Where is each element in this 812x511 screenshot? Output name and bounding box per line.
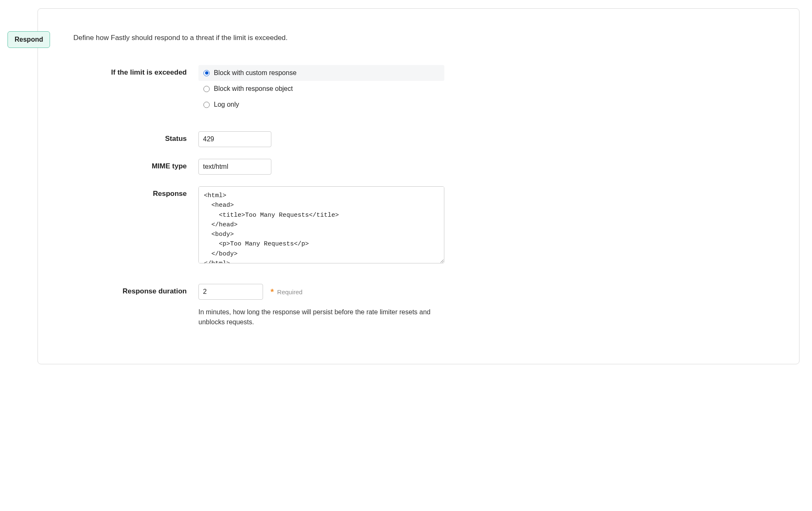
radio-icon [203,70,210,76]
radio-log-only[interactable]: Log only [198,97,444,113]
respond-panel: Respond Define how Fastly should respond… [38,8,799,364]
radio-label: Block with custom response [214,69,296,77]
limit-exceeded-row: If the limit is exceeded Block with cust… [61,65,776,113]
radio-block-custom-response[interactable]: Block with custom response [198,65,444,81]
limit-exceeded-label: If the limit is exceeded [61,65,198,77]
radio-label: Log only [214,101,239,108]
radio-label: Block with response object [214,85,293,93]
status-input[interactable] [198,131,271,147]
response-textarea[interactable]: <html> <head> <title>Too Many Requests</… [198,186,444,263]
radio-icon [203,102,210,108]
radio-icon [203,86,210,92]
asterisk-icon: * [271,288,274,296]
mime-type-row: MIME type [61,159,776,175]
response-duration-label: Response duration [61,284,198,296]
mime-type-label: MIME type [61,159,198,170]
response-duration-input[interactable] [198,284,263,300]
response-duration-row: Response duration * Required In minutes,… [61,284,776,327]
mime-type-input[interactable] [198,159,271,175]
response-duration-help: In minutes, how long the response will p… [198,307,438,327]
required-badge: * Required [271,288,303,296]
response-label: Response [61,186,198,198]
panel-description: Define how Fastly should respond to a th… [73,34,776,42]
status-row: Status [61,131,776,147]
respond-tab[interactable]: Respond [8,31,50,48]
radio-block-response-object[interactable]: Block with response object [198,81,444,97]
response-row: Response <html> <head> <title>Too Many R… [61,186,776,265]
limit-exceeded-radio-group: Block with custom response Block with re… [198,65,444,113]
status-label: Status [61,131,198,143]
required-text: Required [277,288,303,296]
